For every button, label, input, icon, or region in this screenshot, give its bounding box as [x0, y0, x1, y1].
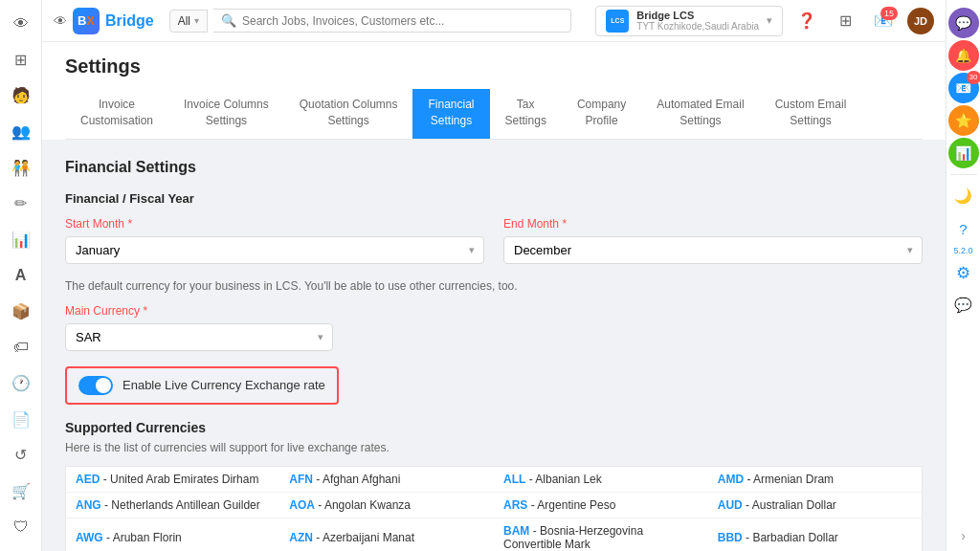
toggle-label: Enable Live Currency Exchange rate [122, 378, 325, 392]
main-area: 👁 B X Bridge All ▾ 🔍 LCS [42, 0, 946, 551]
help-icon[interactable]: ❓ [792, 7, 821, 35]
expand-arrow-icon[interactable]: › [961, 528, 966, 543]
currency-code: ALL [503, 473, 525, 486]
stats-bubble-icon[interactable]: 📊 [948, 138, 979, 168]
company-selector[interactable]: LCS Bridge LCS TYT Kozhikode,Saudi Arabi… [595, 6, 783, 36]
doc-icon[interactable]: 📄 [4, 404, 38, 436]
currency-name: Azerbaijani Manat [323, 531, 414, 544]
live-currency-toggle[interactable] [78, 376, 113, 395]
tab-company-profile[interactable]: CompanyProfile [562, 89, 641, 139]
users-icon[interactable]: 👥 [4, 116, 38, 148]
search-area: All ▾ 🔍 [169, 9, 571, 33]
shield-icon[interactable]: 🛡 [4, 511, 38, 543]
edit-icon[interactable]: ✏ [4, 187, 38, 220]
start-month-label: Start Month * [65, 217, 484, 231]
currency-code: ANG [76, 498, 101, 512]
tab-tax-settings[interactable]: TaxSettings [490, 89, 562, 139]
currency-note: The default currency for your business i… [65, 279, 923, 293]
fiscal-year-row: Start Month * January End Month * [65, 217, 923, 264]
help-bubble-icon[interactable]: ? [948, 213, 979, 244]
main-currency-select-wrap: SAR [65, 323, 333, 351]
tab-automated-email[interactable]: Automated EmailSettings [641, 89, 759, 139]
avatar[interactable]: JD [907, 8, 934, 34]
currency-cell: AED - United Arab Emirates Dirham [66, 466, 280, 492]
clock-icon[interactable]: 🕐 [4, 367, 38, 400]
currency-cell: AUD - Australian Dollar [708, 492, 923, 518]
currency-code: ARS [503, 498, 527, 512]
currency-cell: AZN - Azerbaijani Manat [279, 518, 494, 551]
currency-code: AED [76, 473, 100, 486]
currency-cell: AOA - Angolan Kwanza [279, 492, 494, 518]
divider [950, 174, 977, 175]
tab-invoice-customisation[interactable]: InvoiceCustomisation [65, 89, 168, 139]
page-content: Settings InvoiceCustomisation Invoice Co… [42, 42, 946, 551]
end-month-label: End Month * [503, 217, 923, 231]
chart-icon[interactable]: 📊 [4, 224, 38, 256]
currency-code: AWG [76, 531, 103, 544]
company-info: Bridge LCS TYT Kozhikode,Saudi Arabia [636, 10, 759, 32]
mail-icon[interactable]: 📧 15 [869, 7, 898, 35]
tab-custom-email[interactable]: Custom EmailSettings [760, 89, 862, 139]
currency-name: Albanian Lek [535, 473, 601, 486]
currency-name: Netherlands Antillean Guilder [111, 498, 259, 512]
apps-icon[interactable]: ⊞ [831, 7, 859, 35]
currency-name: Armenian Dram [753, 473, 834, 486]
mail-bubble-icon[interactable]: 📧 30 [948, 73, 979, 103]
notification-bubble-icon[interactable]: 🔔 [948, 40, 979, 71]
content-body: Financial Settings Financial / Fiscal Ye… [42, 140, 946, 551]
settings-bubble-icon[interactable]: ⚙ [948, 257, 979, 288]
settings-header: Settings InvoiceCustomisation Invoice Co… [42, 42, 946, 140]
main-currency-select[interactable]: SAR [65, 323, 333, 351]
search-icon: 🔍 [221, 13, 236, 28]
right-panel: 💬 🔔 📧 30 ⭐ 📊 🌙 ? 5.2.0 ⚙ 💬 › [946, 0, 980, 551]
currency-name: Australian Dollar [752, 498, 836, 512]
chat-bubble-icon[interactable]: 💬 [948, 8, 979, 38]
user-icon[interactable]: 🧑 [4, 79, 38, 112]
currency-code: BBD [718, 531, 743, 544]
search-input-wrap: 🔍 [213, 9, 571, 33]
eye-toggle-icon[interactable]: 👁 [54, 13, 67, 29]
currency-code: AUD [718, 498, 743, 512]
refresh-icon[interactable]: ↺ [4, 439, 38, 472]
currency-cell: ARS - Argentine Peso [494, 492, 708, 518]
search-filter-select[interactable]: All ▾ [169, 10, 208, 33]
currency-name: Aruban Florin [113, 531, 182, 544]
search-input[interactable] [242, 14, 563, 28]
supported-currencies-title: Supported Currencies [65, 420, 923, 435]
star-bubble-icon[interactable]: ⭐ [948, 105, 979, 136]
tab-financial-settings[interactable]: FinancialSettings [412, 89, 489, 139]
cart-icon[interactable]: 🛒 [4, 475, 38, 508]
currency-name: Angolan Kwanza [324, 498, 411, 512]
eye-icon[interactable]: 👁 [4, 8, 38, 40]
search-filter-value: All [178, 14, 190, 28]
tabs: InvoiceCustomisation Invoice ColumnsSett… [65, 89, 923, 140]
text-icon[interactable]: A [4, 259, 38, 292]
currency-name: United Arab Emirates Dirham [110, 473, 258, 486]
table-row: ANG - Netherlands Antillean GuilderAOA -… [66, 492, 923, 518]
moon-icon[interactable]: 🌙 [948, 181, 979, 211]
header-right: LCS Bridge LCS TYT Kozhikode,Saudi Arabi… [595, 6, 934, 36]
currency-name: Barbadian Dollar [752, 531, 837, 544]
sidebar: 👁 ⊞ 🧑 👥 🧑‍🤝‍🧑 ✏ 📊 A 📦 🏷 🕐 📄 ↺ 🛒 🛡 [0, 0, 42, 551]
end-month-group: End Month * December [503, 217, 923, 264]
fiscal-year-label: Financial / Fiscal Year [65, 191, 923, 206]
currency-cell: AFN - Afghan Afghani [279, 466, 494, 492]
toggle-row: Enable Live Currency Exchange rate [65, 366, 339, 405]
table-row: AED - United Arab Emirates DirhamAFN - A… [66, 466, 923, 492]
logo-icon: B X [73, 8, 100, 34]
tab-invoice-columns[interactable]: Invoice ColumnsSettings [168, 89, 284, 139]
end-month-select[interactable]: December [503, 236, 923, 264]
tag-icon[interactable]: 🏷 [4, 331, 38, 364]
table-row: AWG - Aruban FlorinAZN - Azerbaijani Man… [66, 518, 923, 551]
tab-quotation-columns[interactable]: Quotation ColumnsSettings [284, 89, 413, 139]
start-month-select[interactable]: January [65, 236, 484, 264]
support-bubble-icon[interactable]: 💬 [948, 290, 979, 320]
currency-code: AMD [718, 473, 744, 486]
currency-cell: ANG - Netherlands Antillean Guilder [66, 492, 280, 518]
box-icon[interactable]: 📦 [4, 296, 38, 328]
grid-icon[interactable]: ⊞ [4, 44, 38, 77]
mail-badge: 15 [880, 7, 898, 20]
user-add-icon[interactable]: 🧑‍🤝‍🧑 [4, 151, 38, 184]
company-sub: TYT Kozhikode,Saudi Arabia [636, 21, 759, 32]
company-name: Bridge LCS [636, 10, 759, 21]
